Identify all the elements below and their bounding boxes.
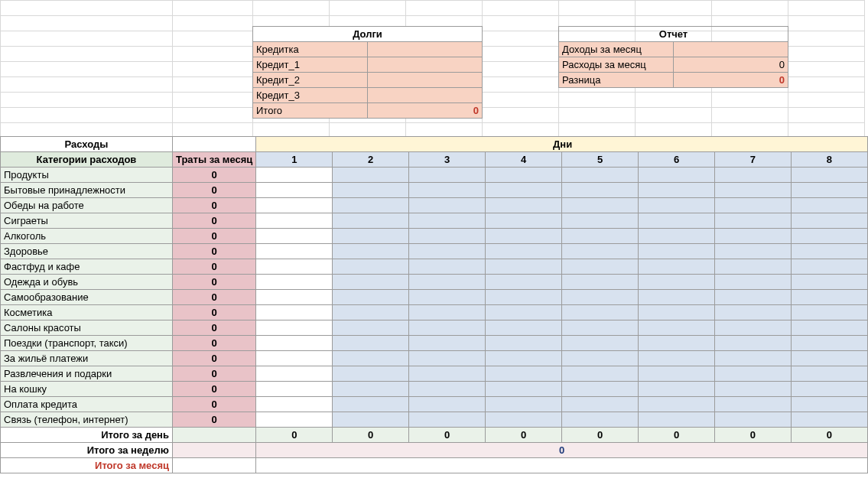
expense-cell[interactable] [715,320,792,336]
expense-cell[interactable] [486,397,562,412]
expense-cell[interactable] [791,290,867,305]
expense-cell[interactable] [486,198,562,213]
debts-row-label[interactable]: Кредит_1 [253,57,368,73]
report-row-label[interactable]: Доходы за месяц [559,42,674,57]
category-cell[interactable]: Бытовые принадлежности [1,183,173,198]
expense-cell[interactable] [639,397,715,412]
month-total-cell[interactable]: 0 [172,305,255,320]
expense-cell[interactable] [639,366,715,382]
report-row-label[interactable]: Расходы за месяц [559,57,674,73]
expense-cell[interactable] [486,290,562,305]
day-header[interactable]: 2 [333,152,409,168]
day-total[interactable]: 0 [486,428,562,443]
expense-cell[interactable] [333,198,409,213]
expense-cell[interactable] [791,259,867,275]
expense-cell[interactable] [256,213,333,229]
expense-cell[interactable] [791,229,867,244]
month-total-cell[interactable]: 0 [172,397,255,412]
expense-cell[interactable] [639,351,715,366]
expense-cell[interactable] [333,244,409,259]
category-cell[interactable]: За жильё платежи [1,351,173,366]
expense-cell[interactable] [715,336,792,351]
month-total-cell[interactable]: 0 [172,183,255,198]
month-total-cell[interactable]: 0 [172,229,255,244]
debts-row-label[interactable]: Кредитка [253,42,368,57]
expense-cell[interactable] [256,244,333,259]
expense-cell[interactable] [333,320,409,336]
expense-cell[interactable] [715,198,792,213]
expense-cell[interactable] [333,213,409,229]
day-total[interactable]: 0 [409,428,486,443]
expense-cell[interactable] [486,168,562,183]
expense-cell[interactable] [715,183,792,198]
debts-row-label[interactable]: Кредит_3 [253,88,368,103]
debts-total-value[interactable]: 0 [368,103,483,119]
category-cell[interactable]: Алкоголь [1,229,173,244]
expense-cell[interactable] [562,305,639,320]
expense-cell[interactable] [791,351,867,366]
expense-cell[interactable] [639,320,715,336]
expense-cell[interactable] [486,366,562,382]
expense-cell[interactable] [409,397,486,412]
expense-cell[interactable] [256,229,333,244]
expense-cell[interactable] [486,244,562,259]
expense-cell[interactable] [562,351,639,366]
expense-cell[interactable] [562,412,639,428]
month-total-cell[interactable]: 0 [172,244,255,259]
expense-cell[interactable] [715,397,792,412]
expense-cell[interactable] [639,244,715,259]
expense-cell[interactable] [333,168,409,183]
expense-cell[interactable] [486,183,562,198]
debts-row-label[interactable]: Кредит_2 [253,73,368,88]
expense-cell[interactable] [409,183,486,198]
month-total-cell[interactable]: 0 [172,290,255,305]
month-total-cell[interactable]: 0 [172,259,255,275]
report-row-value[interactable] [674,42,788,57]
day-header[interactable]: 7 [715,152,792,168]
expense-cell[interactable] [791,412,867,428]
debts-row-value[interactable] [368,73,483,88]
expense-cell[interactable] [333,275,409,290]
category-cell[interactable]: Развлечения и подарки [1,366,173,382]
day-header[interactable]: 1 [256,152,333,168]
expense-cell[interactable] [409,290,486,305]
expense-cell[interactable] [791,366,867,382]
expense-cell[interactable] [409,320,486,336]
expense-cell[interactable] [333,366,409,382]
category-cell[interactable]: Оплата кредита [1,397,173,412]
month-total-cell[interactable]: 0 [172,275,255,290]
expense-cell[interactable] [562,198,639,213]
expense-cell[interactable] [256,198,333,213]
expense-cell[interactable] [333,412,409,428]
expense-cell[interactable] [333,382,409,397]
expense-cell[interactable] [639,412,715,428]
expense-cell[interactable] [409,259,486,275]
day-total[interactable]: 0 [562,428,639,443]
expense-cell[interactable] [256,290,333,305]
expense-cell[interactable] [409,305,486,320]
expense-cell[interactable] [333,290,409,305]
day-total[interactable]: 0 [639,428,715,443]
expense-cell[interactable] [409,336,486,351]
expense-cell[interactable] [409,351,486,366]
expense-cell[interactable] [715,275,792,290]
expense-cell[interactable] [409,213,486,229]
expense-cell[interactable] [639,229,715,244]
expense-cell[interactable] [256,351,333,366]
day-header[interactable]: 3 [409,152,486,168]
category-cell[interactable]: Обеды на работе [1,198,173,213]
category-cell[interactable]: Поездки (транспорт, такси) [1,336,173,351]
category-cell[interactable]: Косметика [1,305,173,320]
expense-cell[interactable] [486,320,562,336]
expense-cell[interactable] [256,275,333,290]
expense-cell[interactable] [409,229,486,244]
debts-row-value[interactable] [368,42,483,57]
report-row-label[interactable]: Разница [559,73,674,88]
expense-cell[interactable] [639,290,715,305]
expense-cell[interactable] [486,305,562,320]
expense-cell[interactable] [715,259,792,275]
category-cell[interactable]: Здоровье [1,244,173,259]
month-total-cell[interactable]: 0 [172,351,255,366]
expense-cell[interactable] [715,168,792,183]
expense-cell[interactable] [562,168,639,183]
